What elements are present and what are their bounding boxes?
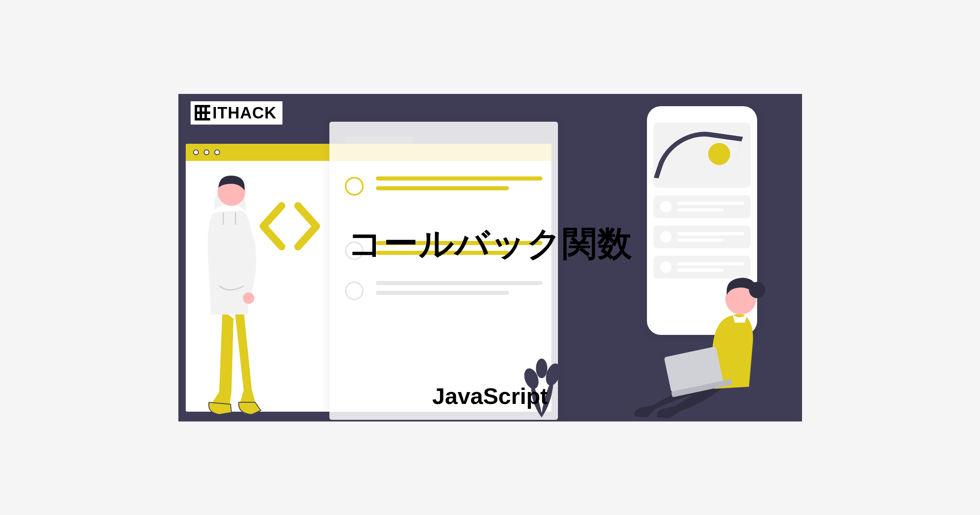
window-dot-icon	[214, 149, 220, 155]
phone-notch	[682, 106, 722, 114]
avatar-placeholder	[660, 231, 671, 243]
svg-point-9	[749, 282, 765, 298]
svg-point-0	[243, 292, 254, 304]
window-dot-icon	[204, 149, 209, 155]
brand-logo: ITHACK	[191, 101, 282, 125]
text-placeholder	[677, 208, 724, 212]
text-placeholder	[376, 281, 542, 285]
card-tab-placeholder	[345, 136, 414, 144]
phone-list-item	[653, 195, 751, 218]
bullet-icon	[345, 177, 364, 196]
page-subtitle: JavaScript	[432, 383, 548, 409]
page-title: コールバック関数	[348, 221, 633, 267]
phone-image-placeholder	[653, 123, 751, 188]
person-sitting-illustration	[631, 266, 794, 421]
text-placeholder	[376, 186, 509, 190]
text-placeholder	[677, 232, 744, 235]
text-placeholder	[677, 262, 744, 265]
person-standing-illustration	[191, 163, 272, 421]
mountain-icon	[653, 126, 743, 187]
phone-list-item	[653, 225, 751, 248]
text-placeholder	[677, 239, 724, 242]
svg-point-4	[536, 359, 547, 378]
logo-text: ITHACK	[213, 104, 277, 122]
list-item	[345, 281, 542, 301]
logo-mark-icon	[195, 105, 210, 120]
list-item	[345, 176, 542, 196]
text-placeholder	[376, 291, 509, 295]
bullet-icon	[345, 281, 364, 300]
avatar-placeholder	[660, 201, 671, 212]
hero-banner: ITHACK	[178, 94, 802, 421]
window-dot-icon	[193, 149, 199, 155]
text-placeholder	[677, 202, 744, 205]
text-placeholder	[376, 176, 542, 181]
